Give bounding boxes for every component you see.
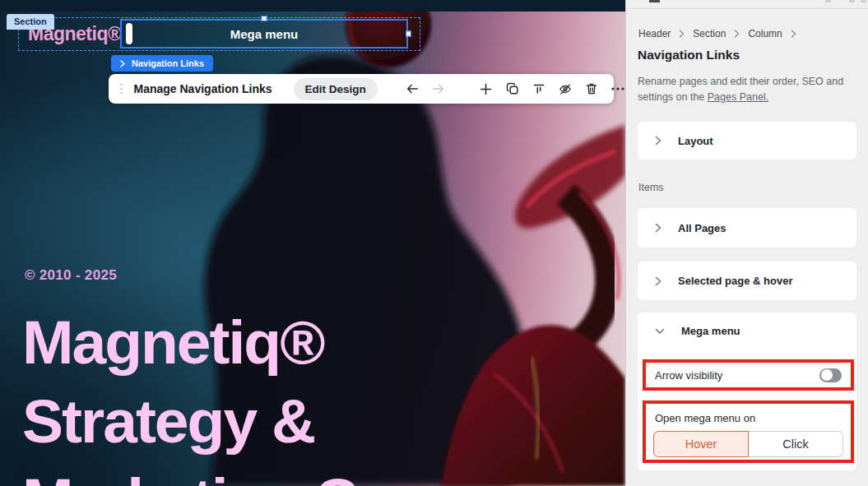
chevron-right-icon: [655, 276, 661, 286]
add-element-icon[interactable]: [480, 82, 493, 95]
open-mega-menu-label: Open mega menu on: [655, 412, 843, 424]
panel-top-bar: [626, 0, 868, 9]
chevron-down-icon: [655, 328, 665, 335]
accordion-selected-page-hover-label: Selected page & hover: [678, 275, 792, 287]
breadcrumb-item-section[interactable]: Section: [693, 28, 726, 39]
edit-design-button[interactable]: Edit Design: [294, 78, 378, 100]
accordion-mega-menu: Mega menu Arrow visibility Open mega men…: [638, 312, 856, 470]
open-mode-hover-option[interactable]: Hover: [653, 431, 749, 457]
duplicate-icon[interactable]: [506, 82, 519, 95]
selection-badge-label: Navigation Links: [132, 58, 204, 68]
chevron-right-icon: [120, 60, 125, 67]
panel-description: Rename pages and edit their order, SEO a…: [638, 74, 848, 105]
inspector-panel: Header Section Column Navigation Links R…: [625, 0, 868, 486]
items-group-label: Items: [638, 182, 664, 193]
manage-navigation-links-button[interactable]: Manage Navigation Links: [134, 82, 272, 95]
redo-forward-arrow-icon[interactable]: [432, 82, 445, 95]
open-mega-menu-highlight-box: Open mega menu on Hover Click: [643, 400, 854, 463]
panel-top-icon: [849, 0, 855, 2]
hide-eye-slash-icon[interactable]: [559, 82, 572, 95]
accordion-all-pages[interactable]: All Pages: [638, 208, 856, 248]
pin-to-top-icon[interactable]: [532, 82, 545, 95]
arrow-visibility-toggle[interactable]: [819, 368, 842, 382]
undo-back-arrow-icon[interactable]: [406, 82, 419, 95]
resize-handle-top[interactable]: [262, 16, 267, 21]
panel-top-artifact: [649, 0, 660, 2]
chevron-right-icon: [791, 30, 796, 38]
open-mode-click-option[interactable]: Click: [749, 431, 843, 457]
accordion-layout[interactable]: Layout: [638, 122, 856, 160]
chevron-right-icon: [679, 30, 685, 38]
hero-heading: Magnetiq® Strategy & Marketing Co.: [22, 303, 409, 486]
panel-title: Navigation Links: [638, 48, 740, 62]
more-options-icon[interactable]: [611, 82, 624, 95]
resize-handle-right[interactable]: [406, 31, 411, 37]
breadcrumb-item-column[interactable]: Column: [748, 28, 782, 39]
open-mode-segmented-control: Hover Click: [653, 431, 843, 457]
hero-copyright-text: © 2010 - 2025: [25, 267, 117, 284]
element-side-handle[interactable]: [126, 23, 132, 44]
accordion-all-pages-label: All Pages: [678, 222, 726, 234]
accordion-layout-label: Layout: [678, 135, 713, 147]
hero-heading-line1: Magnetiq®: [22, 303, 409, 382]
hero-heading-line2: Strategy &: [22, 382, 409, 461]
panel-top-icon: [825, 0, 831, 2]
accordion-mega-menu-header[interactable]: Mega menu: [655, 325, 740, 337]
chevron-right-icon: [734, 30, 740, 38]
section-tag[interactable]: Section: [7, 14, 54, 30]
drag-handle-icon[interactable]: [120, 84, 123, 95]
selected-element-box[interactable]: Mega menu: [120, 19, 408, 49]
chevron-right-icon: [655, 223, 661, 233]
arrow-visibility-label: Arrow visibility: [655, 369, 722, 382]
toggle-knob: [821, 369, 833, 381]
editor-window: © 2010 - 2025 Magnetiq® Strategy & Marke…: [0, 0, 868, 486]
pages-panel-link[interactable]: Pages Panel.: [708, 91, 768, 103]
breadcrumb-item-header[interactable]: Header: [638, 28, 671, 39]
accordion-mega-menu-label: Mega menu: [681, 325, 740, 337]
breadcrumb: Header Section Column: [638, 28, 796, 39]
element-toolbar: Manage Navigation Links Edit Design: [109, 74, 614, 104]
canvas-top-strip: [0, 0, 625, 12]
selected-element-label: Mega menu: [230, 27, 299, 41]
chevron-right-icon: [655, 136, 661, 146]
site-canvas: © 2010 - 2025 Magnetiq® Strategy & Marke…: [0, 0, 625, 486]
panel-top-icon: [861, 0, 866, 2]
hero-heading-line3: Marketing Co.: [22, 461, 409, 486]
selection-breadcrumb-badge[interactable]: Navigation Links: [111, 55, 213, 72]
accordion-selected-page-hover[interactable]: Selected page & hover: [638, 262, 856, 300]
delete-trash-icon[interactable]: [585, 82, 598, 95]
arrow-visibility-highlight-box: Arrow visibility: [643, 359, 854, 391]
